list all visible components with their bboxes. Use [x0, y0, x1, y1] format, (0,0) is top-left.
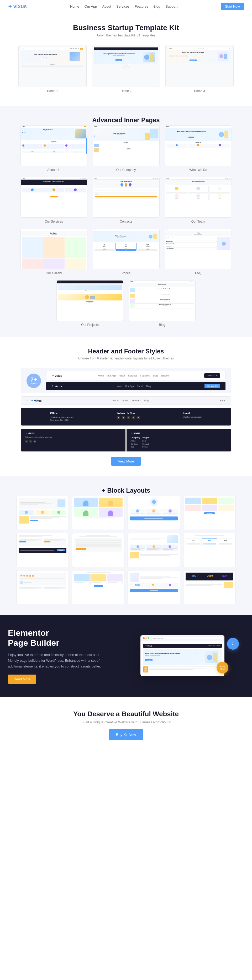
final-cta-subtitle: Build a Unique Creative Website with Bus…: [5, 720, 247, 724]
page-card-faq[interactable]: ✦ vixus HomeFAQContact FAQ Frequently As…: [165, 229, 232, 275]
template-card-home1[interactable]: ✦ vixus HomeAppAboutBlog Start Build Ama…: [18, 45, 87, 93]
page-thumb-what-we-do: ✦ vixus HomeAboutServices How Digital Tr…: [165, 125, 232, 166]
styles-count-label: styles: [31, 382, 37, 385]
template-card-home2[interactable]: ✦ vixus HomeAboutBlog How Digital Transf…: [92, 45, 160, 93]
nav-links: Home Our App About Services Features Blo…: [70, 5, 177, 8]
template-card-home3[interactable]: ✦ vixus HomeAppAbout ●●● Point Open Sour…: [165, 45, 234, 93]
block-card-pricing[interactable]: $9 /mo $29 /mo $79: [183, 533, 236, 567]
hero-title: Business Startup Template Kit: [5, 24, 247, 32]
page-thumb-our-gallery: ✦ vixus HomeGalleryAbout Our Gallery Bro…: [21, 229, 88, 269]
social-tw[interactable]: t: [121, 416, 125, 420]
block-card-team-photos[interactable]: [72, 496, 124, 530]
template-thumb-home3: ✦ vixus HomeAppAbout ●●● Point Open Sour…: [165, 45, 234, 87]
page-label-prices: Prices: [93, 271, 159, 275]
block-card-hero[interactable]: [16, 496, 69, 530]
page-card-our-team[interactable]: ✦ vixus HomeTeamAbout Our Transformation…: [165, 177, 232, 223]
site-logo: ✦ vixus: [8, 3, 27, 10]
block-card-cta[interactable]: [16, 533, 69, 567]
start-now-button[interactable]: Start Now: [221, 3, 244, 10]
block-card-stats[interactable]: 500+ 200+ 50+: [183, 570, 236, 604]
hf-logo-1: ✦ vixus: [52, 374, 62, 377]
page-label-contacts: Contacts: [93, 220, 159, 223]
block-card-features[interactable]: [128, 533, 180, 567]
block-card-blog-posts[interactable]: [72, 570, 124, 604]
view-more-button[interactable]: View More: [111, 457, 140, 466]
footer-follow-col: Follow Us Now f t in ig yt: [116, 412, 140, 420]
nav-ourapp[interactable]: Our App: [85, 5, 97, 8]
elementor-section: ElementorPage Builder Enjoy intuitive In…: [0, 615, 252, 697]
page-label-our-company: Our Company: [93, 168, 159, 172]
page-thumb-contacts: ✦ vixus HomeAboutContact Contact Informa…: [93, 177, 159, 218]
page-card-blog[interactable]: ✦ vixus HomeBlogAbout Latest Posts How D…: [129, 280, 196, 327]
home-templates-grid: ✦ vixus HomeAppAboutBlog Start Build Ama…: [5, 45, 247, 101]
buy-kit-button[interactable]: Buy Kit Now: [108, 729, 144, 740]
footer-office-col: Office 1234 Somewhere AvenueNew York, NY…: [50, 412, 74, 422]
social-yt[interactable]: yt: [137, 416, 140, 420]
styles-count-number: 7+: [30, 377, 37, 382]
nav-blog[interactable]: Blog: [153, 5, 160, 8]
elementor-description: Enjoy intuitive Interface and flexibilit…: [8, 652, 110, 669]
hf-section: Header and Footer Styles Choose from 6 s…: [0, 337, 252, 476]
elementor-read-more-button[interactable]: Read More: [8, 675, 36, 684]
template-thumb-home1: ✦ vixus HomeAppAboutBlog Start Build Ama…: [18, 45, 87, 87]
nav-services[interactable]: Services: [116, 5, 129, 8]
styles-count-badge: 7+ styles: [27, 374, 41, 388]
block-card-gallery-grid[interactable]: [183, 496, 236, 530]
hero-subtitle: AxiomThemes Template Kit: 34 Templates: [5, 33, 247, 37]
elementor-badge-1: El: [227, 638, 239, 650]
page-label-blog: Blog: [129, 323, 196, 327]
page-thumb-our-team: ✦ vixus HomeTeamAbout Our Transformation…: [165, 177, 232, 218]
page-label-faq: FAQ: [165, 271, 232, 275]
page-label-our-team: Our Team: [165, 220, 232, 223]
page-card-contacts[interactable]: ✦ vixus HomeAboutContact Contact Informa…: [93, 177, 159, 223]
page-thumb-our-services: ✦ vixus HomeServicesContact Integrate th…: [21, 177, 88, 218]
block-card-services-feature[interactable]: [128, 496, 180, 530]
social-in[interactable]: in: [126, 416, 130, 420]
page-label-our-gallery: Our Gallery: [21, 271, 88, 275]
block-card-testimonial[interactable]: ★★★★★: [16, 570, 69, 604]
page-label-about-us: About Us: [21, 168, 88, 172]
elementor-badge-2: CSSGrid: [217, 662, 228, 673]
social-ig[interactable]: ig: [131, 416, 135, 420]
blocks-grid: $9 /mo $29 /mo $79: [5, 496, 247, 604]
elementor-browser-mockup: elementor.com ✦ vixus HomeAppAbout How D…: [140, 635, 225, 676]
block-card-about[interactable]: 150+ 80+ 12: [128, 570, 180, 604]
nav-features[interactable]: Features: [135, 5, 148, 8]
page-thumb-our-company: ✦ vixus HomeAboutServices About Our Comp…: [93, 125, 159, 166]
elementor-title: ElementorPage Builder: [8, 628, 110, 648]
template-thumb-home2: ✦ vixus HomeAboutBlog How Digital Transf…: [92, 45, 160, 87]
final-cta-section: You Deserve a Beautiful Website Build a …: [0, 697, 252, 753]
hf-nav-1: HomeOur AppAboutServicesFeaturesBlogSupp…: [98, 374, 169, 377]
template-label-home1: Home 1: [18, 89, 87, 93]
block-card-contact[interactable]: [72, 533, 124, 567]
template-label-home2: Home 2: [92, 89, 160, 93]
nav-home[interactable]: Home: [70, 5, 79, 8]
page-card-what-we-do[interactable]: ✦ vixus HomeAboutServices How Digital Tr…: [165, 125, 232, 172]
page-thumb-blog: ✦ vixus HomeBlogAbout Latest Posts How D…: [129, 280, 196, 321]
page-label-our-services: Our Services: [21, 220, 88, 223]
inner-pages-title: Advanced Inner Pages: [5, 116, 247, 124]
page-thumb-our-projects: Our Projects AllWebAppDesign Digital Mar…: [56, 280, 123, 321]
page-card-our-services[interactable]: ✦ vixus HomeServicesContact Integrate th…: [21, 177, 88, 223]
block-layouts-section: + Block Layouts: [0, 476, 252, 615]
page-card-about-us[interactable]: ✦ vixus HomeAboutServices Start Why We A…: [21, 125, 88, 172]
nav-support[interactable]: Support: [166, 5, 178, 8]
page-card-our-company[interactable]: ✦ vixus HomeAboutServices About Our Comp…: [93, 125, 159, 172]
social-fb[interactable]: f: [116, 416, 120, 420]
page-card-our-projects[interactable]: Our Projects AllWebAppDesign Digital Mar…: [56, 280, 123, 327]
hf-subtitle: Choose from 6 starter kit header-footer …: [5, 356, 247, 360]
page-thumb-prices: ✦ vixus HomePricesContact Pricing Packag…: [93, 229, 159, 269]
nav-about[interactable]: About: [102, 5, 111, 8]
navbar: ✦ vixus Home Our App About Services Feat…: [0, 0, 252, 13]
final-cta-title: You Deserve a Beautiful Website: [5, 710, 247, 718]
page-thumb-faq: ✦ vixus HomeFAQContact FAQ Frequently As…: [165, 229, 232, 269]
hf-contact-btn-1[interactable]: Contact Us: [204, 373, 220, 378]
block-layouts-title: + Block Layouts: [5, 487, 247, 494]
page-card-our-gallery[interactable]: ✦ vixus HomeGalleryAbout Our Gallery Bro…: [21, 229, 88, 275]
page-card-prices[interactable]: ✦ vixus HomePricesContact Pricing Packag…: [93, 229, 159, 275]
hf-title: Header and Footer Styles: [5, 348, 247, 355]
page-label-what-we-do: What We Do: [165, 168, 232, 172]
footer-email-col: Email info@youremail.com: [183, 412, 202, 418]
template-label-home3: Home 3: [165, 89, 234, 93]
elementor-text-block: ElementorPage Builder Enjoy intuitive In…: [8, 628, 110, 684]
